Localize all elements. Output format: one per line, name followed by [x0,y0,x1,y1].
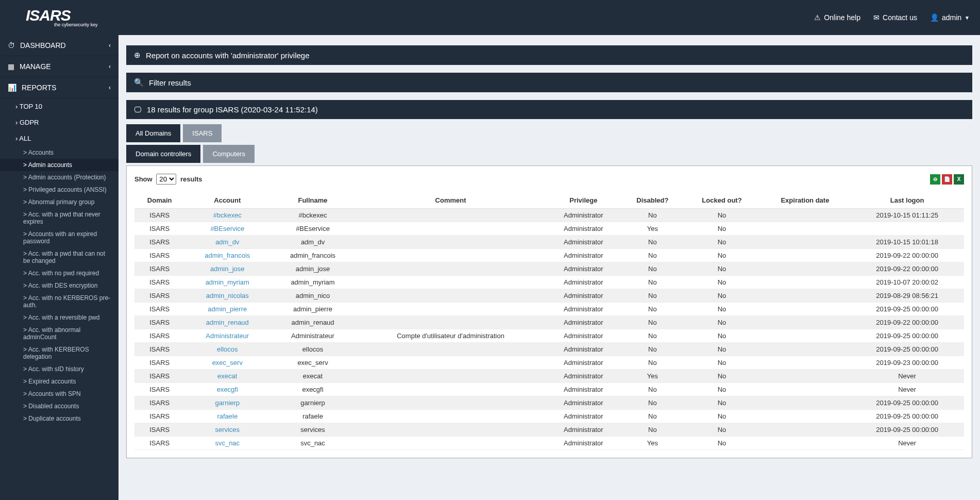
account-link[interactable]: admin_francois [205,252,250,259]
sidebar-item[interactable]: > Acc. with a pwd that can not be change… [0,247,119,267]
table-cell [760,276,851,289]
admin-menu[interactable]: 👤 admin ▼ [930,13,970,22]
sidebar-item[interactable]: > Acc. with KERBEROS delegation [0,343,119,363]
sidebar-item[interactable]: > Acc. with no KERBEROS pre-auth. [0,292,119,311]
account-link[interactable]: #BEservice [210,225,244,232]
logo[interactable]: ISARS the cybersecurity key [10,8,98,27]
nav-dashboard[interactable]: ⏱ DASHBOARD ‹ [0,35,119,56]
table-cell: ellocos [184,343,270,356]
account-link[interactable]: exec_serv [212,359,243,366]
sidebar-item[interactable]: > Acc. with DES encryption [0,279,119,292]
account-link[interactable]: admin_pierre [208,305,247,313]
show-select[interactable]: 20 [156,174,176,185]
table-cell: execat [270,370,356,383]
column-header[interactable]: Fullname [270,192,356,209]
export-csv-button[interactable]: ⊖ [930,174,940,185]
tab[interactable]: All Domains [126,124,180,142]
account-link[interactable]: admin_nicolas [206,292,249,299]
table-cell: rafaele [270,410,356,423]
column-header[interactable]: Locked out? [684,192,759,209]
results-title: 18 results for group ISARS (2020-03-24 1… [147,105,318,114]
table-cell [356,396,546,410]
export-xls-button[interactable]: X [954,174,964,185]
export-pdf-button[interactable]: 📄 [942,174,952,185]
table-cell: ISARS [134,222,184,236]
tabs-domain: All DomainsISARS [126,124,972,142]
column-header[interactable]: Comment [356,192,546,209]
table-cell: ISARS [134,437,184,450]
sidebar-item[interactable]: > Admin accounts [0,159,119,171]
logo-text: ISARS [26,8,71,23]
sidebar-item[interactable]: > Privileged accounts (ANSSI) [0,184,119,196]
online-help-link[interactable]: ⚠ Online help [814,13,860,22]
report-panel-header[interactable]: ⊕ Report on accounts with 'administrator… [126,45,972,65]
sidebar-item[interactable]: > Admin accounts (Protection) [0,171,119,184]
logo-subtitle: the cybersecurity key [26,22,98,27]
table-cell: No [684,343,759,356]
table-cell: Compte d'utilisateur d'administration [356,329,546,343]
account-link[interactable]: rafaele [217,412,238,420]
caret-down-icon: ▼ [965,15,970,21]
nav-manage[interactable]: ▦ MANAGE ‹ [0,56,119,77]
sidebar-item[interactable]: > Duplicate accounts [0,412,119,425]
account-link[interactable]: garnierp [215,399,240,407]
sidebar-item[interactable]: > Acc. with abnormal adminCount [0,324,119,343]
table-row: ISARSadmin_myriamadmin_myriamAdministrat… [134,276,964,289]
account-link[interactable]: #bckexec [213,211,242,219]
column-header[interactable]: Expiration date [760,192,851,209]
tab[interactable]: Domain controllers [126,145,200,163]
table-cell: No [684,423,759,437]
contact-us-link[interactable]: ✉ Contact us [873,13,917,22]
table-cell [760,396,851,410]
account-link[interactable]: admin_myriam [206,278,249,286]
table-cell: No [621,356,684,370]
account-link[interactable]: execgfi [217,386,238,393]
account-link[interactable]: svc_nac [215,439,240,447]
table-cell [356,437,546,450]
sidebar-item[interactable]: > Acc. with sID history [0,363,119,375]
table-cell: No [684,249,759,262]
table-cell: 2019-09-25 00:00:00 [850,303,964,316]
envelope-icon: ✉ [873,13,880,22]
sidebar-item[interactable]: > Acc. with a reversible pwd [0,311,119,324]
table-container: Show 20 results ⊖ 📄 X DomainAccountFulln… [126,165,972,458]
nav-gdpr[interactable]: › GDPR [0,114,119,130]
sidebar-item[interactable]: > Accounts with an expired password [0,228,119,247]
column-header[interactable]: Privilege [546,192,621,209]
sidebar-item[interactable]: > Expired accounts [0,375,119,388]
account-link[interactable]: admin_renaud [206,319,249,326]
table-cell: No [684,437,759,450]
column-header[interactable]: Last logon [850,192,964,209]
sidebar-item[interactable]: > Accounts [0,146,119,159]
account-link[interactable]: adm_dv [215,238,239,246]
account-link[interactable]: ellocos [217,345,238,353]
sidebar-item[interactable]: > Abnormal primary group [0,196,119,208]
account-link[interactable]: Administrateur [206,332,249,340]
table-cell: Administrator [546,383,621,396]
table-cell: admin_nicolas [184,289,270,303]
sidebar-item[interactable]: > Acc. with a pwd that never expires [0,208,119,228]
table-cell [356,249,546,262]
table-cell: ISARS [134,396,184,410]
tab[interactable]: ISARS [183,124,222,142]
column-header[interactable]: Domain [134,192,184,209]
column-header[interactable]: Account [184,192,270,209]
header: ISARS the cybersecurity key ⚠ Online hel… [0,0,980,35]
sidebar-item[interactable]: > Disabled accounts [0,400,119,412]
nav-top10[interactable]: › TOP 10 [0,98,119,114]
nav-all[interactable]: › ALL [0,130,119,146]
table-cell: svc_nac [270,437,356,450]
table-cell [760,209,851,222]
table-cell: ellocos [270,343,356,356]
tab[interactable]: Computers [203,145,255,163]
account-link[interactable]: services [215,426,240,434]
column-header[interactable]: Disabled? [621,192,684,209]
nav-reports[interactable]: 📊 REPORTS ‹ [0,77,119,98]
account-link[interactable]: admin_jose [210,265,245,273]
sidebar-item[interactable]: > Accounts with SPN [0,388,119,400]
table-row: ISARSadm_dvadm_dvAdministratorNoNo2019-1… [134,236,964,249]
account-link[interactable]: execat [217,372,237,380]
sidebar-item[interactable]: > Acc. with no pwd required [0,267,119,279]
table-cell [760,249,851,262]
filter-panel-header[interactable]: 🔍 Filter results [126,73,972,92]
